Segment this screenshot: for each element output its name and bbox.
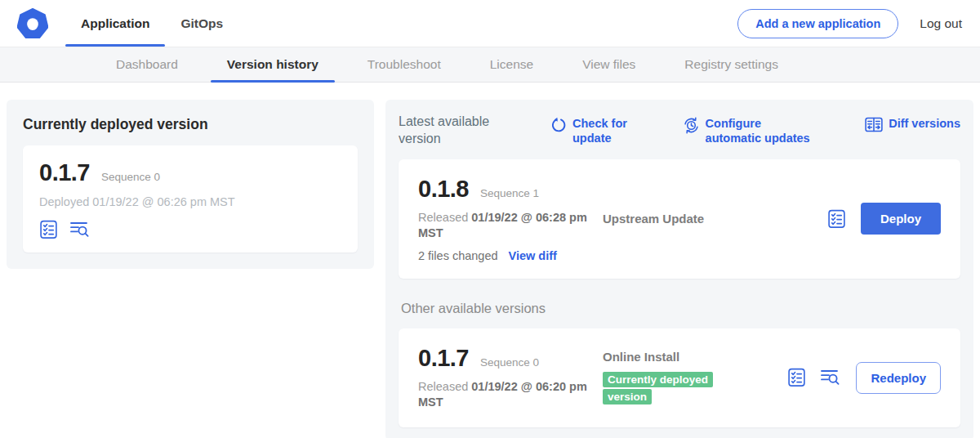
deployed-version-number: 0.1.7 [39,159,90,186]
subtab-license[interactable]: License [466,47,558,82]
latest-available-title: Latest available version [399,114,511,148]
header-right: Add a new application Log out [737,0,980,47]
diff-versions-icon [865,117,883,132]
configure-automatic-updates-link[interactable]: Configure automatic updates [683,116,812,145]
subtab-dashboard-label: Dashboard [116,57,178,72]
header-tabs: Application GitOps [65,0,238,47]
subtab-version-history-label: Version history [227,57,318,72]
currently-deployed-title: Currently deployed version [23,116,358,133]
version-actions: Check for update Configure automatic upd… [511,114,960,145]
latest-sequence: Sequence 1 [480,187,539,199]
top-header: Application GitOps Add a new application… [0,0,980,47]
tab-gitops[interactable]: GitOps [165,0,238,47]
check-for-update-link[interactable]: Check for update [550,116,629,145]
latest-version-number: 0.1.8 [418,176,469,203]
subtab-view-files-label: View files [582,57,635,72]
schedule-update-icon [683,117,700,134]
released-label: Released [418,380,468,393]
view-logs-icon[interactable] [821,369,841,387]
available-versions-panel: Latest available version Check for updat… [385,100,973,438]
other-source-label: Online Install [603,350,787,364]
view-diff-link[interactable]: View diff [509,249,557,262]
app-logo[interactable] [0,0,65,47]
subtab-troubleshoot-label: Troubleshoot [368,57,441,72]
latest-released-timestamp: Released 01/19/22 @ 06:28 pm MST [418,210,594,242]
subtab-registry-settings[interactable]: Registry settings [660,47,803,82]
diff-versions-label: Diff versions [889,116,960,131]
subtab-troubleshoot[interactable]: Troubleshoot [343,47,466,82]
refresh-icon [550,117,567,133]
files-changed-text: 2 files changed [418,249,498,262]
deployed-sequence: Sequence 0 [101,171,160,183]
other-version-card: 0.1.7 Sequence 0 Released 01/19/22 @ 06:… [399,328,960,427]
deployed-version-card: 0.1.7 Sequence 0 Deployed 01/19/22 @ 06:… [23,145,358,253]
configure-automatic-updates-label: Configure automatic updates [706,116,812,145]
released-label: Released [418,211,468,224]
tab-application-label: Application [81,16,149,31]
preflight-checks-icon[interactable] [827,209,846,229]
other-sequence: Sequence 0 [480,356,539,369]
preflight-checks-icon[interactable] [787,368,806,387]
heptagon-logo-icon [17,8,48,39]
subtab-version-history[interactable]: Version history [203,47,343,82]
tab-application[interactable]: Application [65,0,165,47]
other-versions-title: Other available versions [401,301,960,316]
other-version-number: 0.1.7 [418,345,469,372]
latest-version-card: 0.1.8 Sequence 1 Released 01/19/22 @ 06:… [399,159,960,279]
latest-source-label: Upstream Update [603,212,827,226]
deploy-button[interactable]: Deploy [861,203,941,235]
currently-deployed-badge: Currently deployed version [603,372,713,404]
view-logs-icon[interactable] [70,221,91,239]
other-released-timestamp: Released 01/19/22 @ 06:20 pm MST [418,379,594,411]
deployed-timestamp: Deployed 01/19/22 @ 06:26 pm MST [39,195,341,208]
app-subnav: Dashboard Version history Troubleshoot L… [0,47,980,83]
add-application-button[interactable]: Add a new application [737,9,898,38]
check-for-update-label: Check for update [572,116,629,145]
preflight-checks-icon[interactable] [39,220,58,239]
tab-gitops-label: GitOps [180,16,223,31]
subtab-license-label: License [490,57,533,72]
subtab-view-files[interactable]: View files [558,47,660,82]
redeploy-button[interactable]: Redeploy [856,362,941,394]
subtab-dashboard[interactable]: Dashboard [91,47,203,82]
main-content: Currently deployed version 0.1.7 Sequenc… [0,83,980,438]
currently-deployed-panel: Currently deployed version 0.1.7 Sequenc… [7,100,374,269]
subtab-registry-settings-label: Registry settings [684,57,778,72]
diff-versions-link[interactable]: Diff versions [865,116,960,145]
logout-link[interactable]: Log out [920,16,962,31]
